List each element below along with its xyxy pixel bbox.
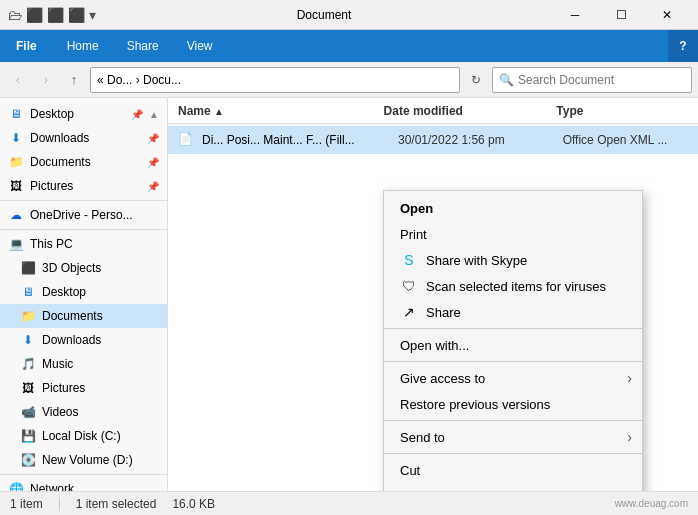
sidebar-label: Network bbox=[30, 482, 74, 491]
newvolume-icon: 💽 bbox=[20, 452, 36, 468]
network-icon: 🌐 bbox=[8, 481, 24, 491]
context-menu: Open Print S Share with Skype 🛡 Scan sel… bbox=[383, 190, 643, 491]
ribbon-tab-view[interactable]: View bbox=[173, 30, 227, 62]
status-selected: 1 item selected bbox=[76, 497, 157, 511]
sidebar-item-newvolume[interactable]: 💽 New Volume (D:) bbox=[0, 448, 167, 472]
sidebar-divider-2 bbox=[0, 229, 167, 230]
sidebar-item-documents-pinned[interactable]: 📁 Documents 📌 bbox=[0, 150, 167, 174]
sidebar-divider-3 bbox=[0, 474, 167, 475]
file-type: Office Open XML ... bbox=[563, 133, 688, 147]
search-input[interactable] bbox=[518, 73, 685, 87]
desktop-small-icon: 🖥 bbox=[20, 284, 36, 300]
ctx-scan[interactable]: 🛡 Scan selected items for viruses bbox=[384, 273, 642, 299]
sidebar-label: Documents bbox=[42, 309, 103, 323]
ctx-sep-1 bbox=[384, 328, 642, 329]
qa-btn-1[interactable]: ⬛ bbox=[26, 7, 43, 23]
sidebar-label: Pictures bbox=[30, 179, 73, 193]
sidebar-label: OneDrive - Perso... bbox=[30, 208, 133, 222]
titlebar-icon: 🗁 bbox=[8, 7, 22, 23]
qa-btn-2[interactable]: ⬛ bbox=[47, 7, 64, 23]
ctx-open-label: Open bbox=[400, 201, 433, 216]
sidebar: 🖥 Desktop 📌 ▲ ⬇ Downloads 📌 📁 Documents … bbox=[0, 98, 168, 491]
ctx-copy[interactable]: Copy bbox=[384, 483, 642, 491]
forward-button[interactable]: › bbox=[34, 68, 58, 92]
localdisk-icon: 💾 bbox=[20, 428, 36, 444]
sidebar-item-thispc[interactable]: 💻 This PC bbox=[0, 232, 167, 256]
sidebar-label: Videos bbox=[42, 405, 78, 419]
sidebar-item-pictures[interactable]: 🖼 Pictures bbox=[0, 376, 167, 400]
ctx-send-to[interactable]: Send to bbox=[384, 424, 642, 450]
ctx-sep-3 bbox=[384, 420, 642, 421]
thispc-icon: 💻 bbox=[8, 236, 24, 252]
ctx-open[interactable]: Open bbox=[384, 195, 642, 221]
ctx-sep-2 bbox=[384, 361, 642, 362]
ribbon-tab-share[interactable]: Share bbox=[113, 30, 173, 62]
ctx-cut[interactable]: Cut bbox=[384, 457, 642, 483]
sidebar-item-documents[interactable]: 📁 Documents bbox=[0, 304, 167, 328]
ctx-openwith-label: Open with... bbox=[400, 338, 469, 353]
sidebar-item-pictures-pinned[interactable]: 🖼 Pictures 📌 bbox=[0, 174, 167, 198]
sidebar-label: New Volume (D:) bbox=[42, 453, 133, 467]
window-controls: ─ ☐ ✕ bbox=[552, 0, 690, 30]
qa-btn-3[interactable]: ⬛ bbox=[68, 7, 85, 23]
pin-icon: 📌 bbox=[147, 181, 159, 192]
music-icon: 🎵 bbox=[20, 356, 36, 372]
sidebar-item-downloads[interactable]: ⬇ Downloads bbox=[0, 328, 167, 352]
sidebar-label: This PC bbox=[30, 237, 73, 251]
sidebar-label: Music bbox=[42, 357, 73, 371]
back-button[interactable]: ‹ bbox=[6, 68, 30, 92]
ctx-cut-label: Cut bbox=[400, 463, 420, 478]
sidebar-label: Downloads bbox=[42, 333, 101, 347]
sidebar-label: Local Disk (C:) bbox=[42, 429, 121, 443]
main-area: 🖥 Desktop 📌 ▲ ⬇ Downloads 📌 📁 Documents … bbox=[0, 98, 698, 491]
ctx-giveaccess-label: Give access to bbox=[400, 371, 485, 386]
qa-dropdown[interactable]: ▾ bbox=[89, 7, 96, 23]
file-row[interactable]: 📄 Di... Posi... Maint... F... (Fill... 3… bbox=[168, 126, 698, 154]
ctx-share[interactable]: ↗ Share bbox=[384, 299, 642, 325]
ctx-give-access[interactable]: Give access to bbox=[384, 365, 642, 391]
minimize-button[interactable]: ─ bbox=[552, 0, 598, 30]
close-button[interactable]: ✕ bbox=[644, 0, 690, 30]
skype-icon: S bbox=[400, 251, 418, 269]
ctx-sep-4 bbox=[384, 453, 642, 454]
pictures-icon: 🖼 bbox=[8, 178, 24, 194]
file-list: 📄 Di... Posi... Maint... F... (Fill... 3… bbox=[168, 124, 698, 156]
sidebar-item-3dobjects[interactable]: ⬛ 3D Objects bbox=[0, 256, 167, 280]
sidebar-item-desktop[interactable]: 🖥 Desktop bbox=[0, 280, 167, 304]
up-button[interactable]: ↑ bbox=[62, 68, 86, 92]
col-type-header[interactable]: Type bbox=[556, 104, 688, 118]
ctx-open-with[interactable]: Open with... bbox=[384, 332, 642, 358]
ctx-restore[interactable]: Restore previous versions bbox=[384, 391, 642, 417]
file-icon: 📄 bbox=[178, 132, 194, 148]
desktop-icon: 🖥 bbox=[8, 106, 24, 122]
sidebar-item-onedrive[interactable]: ☁ OneDrive - Perso... bbox=[0, 203, 167, 227]
sidebar-item-videos[interactable]: 📹 Videos bbox=[0, 400, 167, 424]
ribbon-file-tab[interactable]: File bbox=[0, 30, 53, 62]
downloads-small-icon: ⬇ bbox=[20, 332, 36, 348]
ctx-share-skype[interactable]: S Share with Skype bbox=[384, 247, 642, 273]
refresh-button[interactable]: ↻ bbox=[464, 68, 488, 92]
sidebar-item-network[interactable]: 🌐 Network bbox=[0, 477, 167, 491]
col-name-header[interactable]: Name ▲ bbox=[178, 104, 376, 118]
file-date: 30/01/2022 1:56 pm bbox=[398, 133, 555, 147]
address-path[interactable]: « Do... › Docu... bbox=[90, 67, 460, 93]
col-date-header[interactable]: Date modified bbox=[384, 104, 549, 118]
videos-icon: 📹 bbox=[20, 404, 36, 420]
maximize-button[interactable]: ☐ bbox=[598, 0, 644, 30]
ctx-share-label: Share bbox=[426, 305, 461, 320]
sidebar-label: Downloads bbox=[30, 131, 89, 145]
ribbon-tab-home[interactable]: Home bbox=[53, 30, 113, 62]
sidebar-item-music[interactable]: 🎵 Music bbox=[0, 352, 167, 376]
help-button[interactable]: ? bbox=[668, 30, 698, 62]
sidebar-item-desktop-pinned[interactable]: 🖥 Desktop 📌 ▲ bbox=[0, 102, 167, 126]
search-box[interactable]: 🔍 bbox=[492, 67, 692, 93]
quick-access-toolbar[interactable]: 🗁 ⬛ ⬛ ⬛ ▾ bbox=[8, 7, 96, 23]
ctx-print[interactable]: Print bbox=[384, 221, 642, 247]
sidebar-item-downloads-pinned[interactable]: ⬇ Downloads 📌 bbox=[0, 126, 167, 150]
column-header-row: Name ▲ Date modified Type bbox=[168, 98, 698, 124]
search-icon: 🔍 bbox=[499, 73, 514, 87]
ctx-scan-label: Scan selected items for viruses bbox=[426, 279, 606, 294]
sidebar-item-localdisk[interactable]: 💾 Local Disk (C:) bbox=[0, 424, 167, 448]
sidebar-label: Desktop bbox=[30, 107, 74, 121]
pin-icon: 📌 bbox=[131, 109, 143, 120]
